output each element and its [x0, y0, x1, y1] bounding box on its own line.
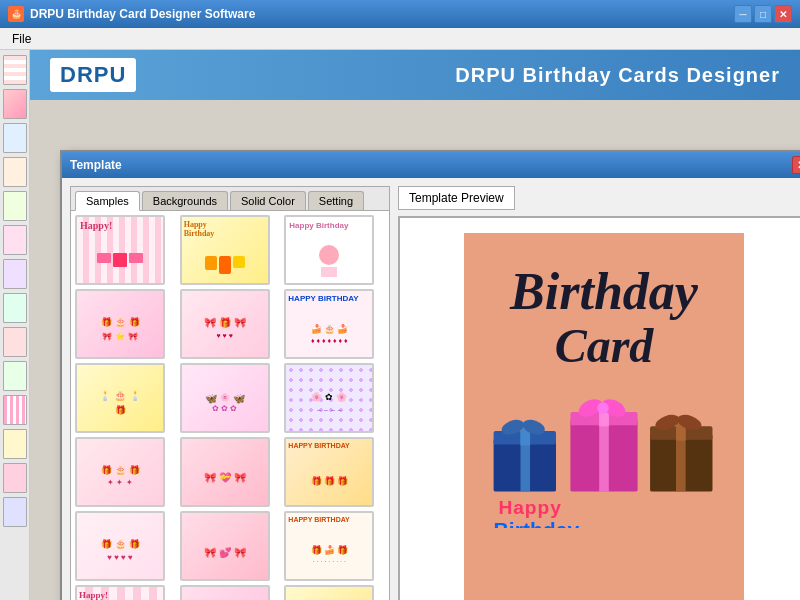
sidebar-thumb-10[interactable]: [3, 361, 27, 391]
close-button[interactable]: ✕: [774, 5, 792, 23]
svg-point-12: [597, 402, 609, 414]
maximize-button[interactable]: □: [754, 5, 772, 23]
template-panel: Samples Backgrounds Solid Color Setting …: [70, 186, 390, 600]
tab-solid-color[interactable]: Solid Color: [230, 191, 306, 210]
template-thumb-8[interactable]: 🦋🌸🦋 ✿ ✿ ✿: [180, 363, 270, 433]
template-thumb-13[interactable]: 🎁🎂🎁 ♥ ♥ ♥ ♥: [75, 511, 165, 581]
preview-panel: Template Preview Birthday Card: [398, 186, 800, 600]
template-thumb-11[interactable]: 🎀💝🎀: [180, 437, 270, 507]
thumb-img-1: Happy!: [77, 217, 163, 283]
card-text-card: Card: [555, 320, 654, 373]
sidebar-thumb-3[interactable]: [3, 123, 27, 153]
sidebar-thumb-7[interactable]: [3, 259, 27, 289]
main-content: DRPU DRPU Birthday Cards Designer Templa…: [30, 50, 800, 600]
minimize-button[interactable]: ─: [734, 5, 752, 23]
template-thumb-2[interactable]: Happy Birthday: [180, 215, 270, 285]
thumb-img-14: 🎀💕🎀: [182, 513, 268, 579]
thumb-img-13: 🎁🎂🎁 ♥ ♥ ♥ ♥: [77, 513, 163, 579]
thumb-img-12: HAPPY BIRTHDAY 🎁🎁🎁: [286, 439, 372, 505]
template-thumb-12[interactable]: HAPPY BIRTHDAY 🎁🎁🎁: [284, 437, 374, 507]
menu-bar: File: [0, 28, 800, 50]
preview-label-container: Template Preview: [398, 186, 515, 210]
dialog-body: Samples Backgrounds Solid Color Setting …: [62, 178, 800, 600]
sidebar-thumb-6[interactable]: [3, 225, 27, 255]
tab-samples[interactable]: Samples: [75, 191, 140, 211]
preview-card-container: Birthday Card: [398, 216, 800, 600]
thumb-img-18: ⭐🎂⭐ ★ ★ ★ ★: [286, 587, 372, 600]
gift-area: Happy Birthday: [484, 388, 724, 528]
dialog-titlebar: Template ✕: [62, 152, 800, 178]
sidebar-thumb-2[interactable]: [3, 89, 27, 119]
sidebar-thumb-8[interactable]: [3, 293, 27, 323]
thumb-img-6: HAPPY BIRTHDAY 🍰🎂🍰 ♦ ♦ ♦ ♦ ♦ ♦ ♦: [286, 291, 372, 357]
sidebar-thumb-9[interactable]: [3, 327, 27, 357]
template-thumb-17[interactable]: 🎁🎂🎁: [180, 585, 270, 600]
svg-text:Birthday: Birthday: [494, 518, 580, 528]
card-text-birthday: Birthday: [510, 263, 698, 320]
template-thumb-6[interactable]: HAPPY BIRTHDAY 🍰🎂🍰 ♦ ♦ ♦ ♦ ♦ ♦ ♦: [284, 289, 374, 359]
dialog-close-button[interactable]: ✕: [792, 156, 800, 174]
sidebar-thumb-1[interactable]: [3, 55, 27, 85]
template-grid-container[interactable]: Happy! Happy Birthda: [71, 211, 389, 600]
template-thumb-9[interactable]: 🌸✿🌸 ~ ~ ~ ~: [284, 363, 374, 433]
sidebar-thumb-14[interactable]: [3, 497, 27, 527]
dialog-title: Template: [70, 158, 792, 172]
drpu-logo: DRPU: [50, 58, 136, 92]
template-thumb-16[interactable]: Happy!: [75, 585, 165, 600]
app-icon: 🎂: [8, 6, 24, 22]
left-sidebar: [0, 50, 30, 600]
thumb-img-11: 🎀💝🎀: [182, 439, 268, 505]
template-thumb-18[interactable]: ⭐🎂⭐ ★ ★ ★ ★: [284, 585, 374, 600]
thumb-img-16: Happy!: [77, 587, 163, 600]
outer-window-title: DRPU Birthday Card Designer Software: [30, 7, 734, 21]
sidebar-thumb-5[interactable]: [3, 191, 27, 221]
template-thumb-14[interactable]: 🎀💕🎀: [180, 511, 270, 581]
thumb-img-3: Happy Birthday: [286, 217, 372, 283]
window-controls: ─ □ ✕: [734, 5, 792, 23]
svg-rect-16: [676, 426, 686, 491]
template-thumb-3[interactable]: Happy Birthday: [284, 215, 374, 285]
template-grid: Happy! Happy Birthda: [75, 215, 385, 600]
thumb-img-7: 🕯️🎂🕯️ 🎁: [77, 365, 163, 431]
sidebar-thumb-4[interactable]: [3, 157, 27, 187]
outer-titlebar: 🎂 DRPU Birthday Card Designer Software ─…: [0, 0, 800, 28]
preview-label: Template Preview: [409, 191, 504, 205]
menu-file[interactable]: File: [4, 30, 39, 48]
template-thumb-15[interactable]: HAPPY BIRTHDAY 🎁🍰🎁 · · · · · · · · ·: [284, 511, 374, 581]
thumb-img-10: 🎁🎂🎁 ✦ ✦ ✦: [77, 439, 163, 505]
sidebar-thumb-12[interactable]: [3, 429, 27, 459]
template-thumb-1[interactable]: Happy!: [75, 215, 165, 285]
thumb-img-4: 🎁🎂🎁 🎀⭐🎀: [77, 291, 163, 357]
svg-text:Happy: Happy: [498, 497, 561, 518]
tab-setting[interactable]: Setting: [308, 191, 364, 210]
tab-backgrounds[interactable]: Backgrounds: [142, 191, 228, 210]
svg-rect-9: [599, 412, 609, 492]
template-thumb-10[interactable]: 🎁🎂🎁 ✦ ✦ ✦: [75, 437, 165, 507]
template-thumb-4[interactable]: 🎁🎂🎁 🎀⭐🎀: [75, 289, 165, 359]
thumb-img-15: HAPPY BIRTHDAY 🎁🍰🎁 · · · · · · · · ·: [286, 513, 372, 579]
preview-card: Birthday Card: [464, 233, 744, 600]
tab-bar: Samples Backgrounds Solid Color Setting: [71, 187, 389, 211]
template-thumb-7[interactable]: 🕯️🎂🕯️ 🎁: [75, 363, 165, 433]
app-title: DRPU Birthday Cards Designer: [455, 64, 780, 87]
thumb-img-17: 🎁🎂🎁: [182, 587, 268, 600]
gift-svg: Happy Birthday: [484, 388, 724, 528]
template-dialog: Template ✕ Samples Backgrounds Solid Col…: [60, 150, 800, 600]
thumb-img-5: 🎀🎁🎀 ♥ ♥ ♥: [182, 291, 268, 357]
sidebar-thumb-11[interactable]: [3, 395, 27, 425]
sidebar-thumb-13[interactable]: [3, 463, 27, 493]
template-thumb-5[interactable]: 🎀🎁🎀 ♥ ♥ ♥: [180, 289, 270, 359]
thumb-img-2: Happy Birthday: [182, 217, 268, 283]
app-header: DRPU DRPU Birthday Cards Designer: [30, 50, 800, 100]
thumb-img-8: 🦋🌸🦋 ✿ ✿ ✿: [182, 365, 268, 431]
svg-rect-3: [520, 431, 530, 491]
thumb-img-9: 🌸✿🌸 ~ ~ ~ ~: [286, 365, 372, 431]
